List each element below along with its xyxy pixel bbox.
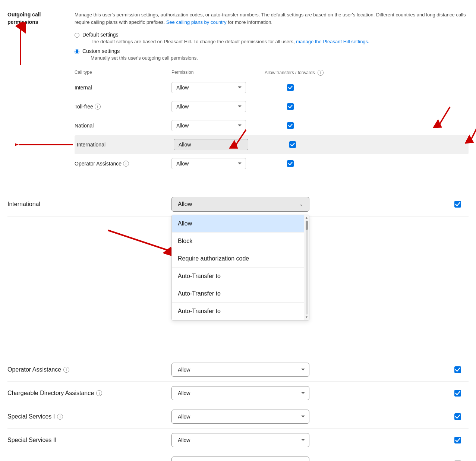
bottom-checkbox-international[interactable] (439, 201, 469, 208)
operator-info-icon[interactable]: i (123, 161, 129, 167)
bottom-permission-special1: Allow Block (171, 410, 439, 424)
tollfree-info-icon[interactable]: i (95, 104, 101, 110)
blue-checkbox-bottom-special2[interactable] (454, 437, 461, 443)
dropdown-menu: Allow Block Require authorization code A… (171, 215, 309, 321)
bottom-row-international: International Allow ⌄ Allow Block (7, 192, 469, 217)
bottom-select-special1[interactable]: Allow Block (171, 410, 309, 424)
red-up-arrow-icon (15, 22, 26, 67)
permission-cell-international: Allow Block (174, 139, 267, 150)
table-header: Call type Permission Allow transfers / f… (75, 67, 469, 78)
radio-custom[interactable] (75, 49, 79, 54)
permission-select-operator[interactable]: Allow Block (171, 158, 246, 169)
blue-checkbox-bottom-operator[interactable] (454, 366, 461, 373)
blue-checkbox-bottom-directory[interactable] (454, 390, 461, 397)
blue-checkbox-bottom-international[interactable] (454, 201, 461, 208)
permission-select-internal[interactable]: Allow Block (171, 82, 246, 93)
bottom-row-operator: Operator Assistance i Allow Block (7, 358, 469, 382)
bottom-operator-info-icon[interactable]: i (63, 367, 69, 373)
radio-default-sublabel: The default settings are based on Pleasa… (91, 38, 369, 45)
bottom-table: International Allow ⌄ Allow Block (7, 192, 469, 461)
bottom-call-type-operator: Operator Assistance i (7, 366, 171, 373)
manage-settings-link[interactable]: manage the Pleasant Hill settings. (296, 39, 369, 44)
permission-cell-internal: Allow Block (171, 82, 265, 93)
bottom-call-type-special1: Special Services I i (7, 413, 171, 420)
calling-plans-link[interactable]: See calling plans by country (166, 19, 227, 25)
checkbox-international[interactable] (267, 141, 469, 148)
blue-checkbox-tollfree[interactable] (287, 103, 294, 110)
bottom-select-premium1[interactable]: Allow Block (171, 457, 309, 461)
dropdown-item-allow[interactable]: Allow (172, 215, 304, 233)
bottom-permission-special2: Allow Block (171, 433, 439, 447)
dropdown-item-autotransfer-2[interactable]: Auto-Transfer to (172, 285, 304, 303)
bottom-checkbox-special1[interactable] (439, 413, 469, 420)
dropdown-item-autotransfer-3[interactable]: Auto-Transfer to (172, 303, 304, 320)
checkbox-internal[interactable] (265, 84, 469, 91)
bottom-checkbox-special2[interactable] (439, 437, 469, 443)
bottom-row-special2: Special Services II Allow Block (7, 429, 469, 452)
page-container: Outgoing call permissions Manage this us… (0, 0, 476, 461)
permission-select-tollfree[interactable]: Allow Block (171, 101, 246, 112)
blue-checkbox-national[interactable] (287, 122, 294, 129)
top-section: Outgoing call permissions Manage this us… (0, 7, 476, 181)
scroll-thumb[interactable] (306, 221, 308, 230)
permission-cell-national: Allow Block (171, 120, 265, 131)
permission-select-international[interactable]: Allow Block (174, 139, 248, 150)
checkbox-tollfree[interactable] (265, 103, 469, 110)
radio-group: Default settings The default settings ar… (75, 32, 469, 61)
blue-checkbox-operator[interactable] (287, 160, 294, 167)
call-type-tollfree: Toll-free i (75, 104, 171, 110)
special1-info-icon[interactable]: i (57, 414, 63, 420)
permission-cell-tollfree: Allow Block (171, 101, 265, 112)
table-row-national: National Allow Block (75, 116, 469, 135)
blue-checkbox-bottom-special1[interactable] (454, 413, 461, 420)
bottom-select-btn-international[interactable]: Allow ⌄ (171, 197, 309, 212)
blue-checkbox-international[interactable] (289, 141, 296, 148)
dropdown-item-autotransfer-1[interactable]: Auto-Transfer to (172, 268, 304, 285)
bottom-call-type-directory: Chargeable Directory Assistance i (7, 390, 171, 397)
directory-info-icon[interactable]: i (96, 390, 102, 396)
dropdown-item-require-auth[interactable]: Require authorization code (172, 250, 304, 268)
dropdown-item-block[interactable]: Block (172, 233, 304, 250)
chevron-down-icon: ⌄ (299, 202, 303, 207)
call-type-international: International (77, 142, 174, 148)
table-row-operator: Operator Assistance i Allow Block (75, 154, 469, 173)
section-label-area: Outgoing call permissions (7, 11, 75, 173)
allow-transfers-info-icon[interactable]: i (318, 70, 324, 76)
scrollbar[interactable]: ▲ ▼ (304, 215, 309, 320)
checkbox-operator[interactable] (265, 160, 469, 167)
bottom-checkbox-operator[interactable] (439, 366, 469, 373)
bottom-select-operator[interactable]: Allow Block (171, 363, 309, 377)
svg-line-9 (470, 122, 476, 141)
scroll-up-arrow-icon[interactable]: ▲ (305, 216, 308, 220)
spacer (0, 181, 476, 192)
radio-custom-sublabel: Manually set this user's outgoing call p… (91, 55, 198, 61)
radio-default-label: Default settings (82, 32, 369, 38)
bottom-permission-international: Allow ⌄ Allow Block Require authorizatio… (171, 197, 439, 212)
radio-default-item: Default settings The default settings ar… (75, 32, 469, 45)
bottom-section: International Allow ⌄ Allow Block (0, 192, 476, 461)
permission-select-national[interactable]: Allow Block (171, 120, 246, 131)
bottom-checkbox-directory[interactable] (439, 390, 469, 397)
description: Manage this user's permission settings, … (75, 11, 469, 26)
bottom-select-special2[interactable]: Allow Block (171, 433, 309, 447)
scroll-down-arrow-icon[interactable]: ▼ (305, 316, 308, 319)
call-type-internal: Internal (75, 85, 171, 91)
checkbox-national[interactable] (265, 122, 469, 129)
bottom-permission-premium1: Allow Block (171, 457, 439, 461)
radio-default[interactable] (75, 33, 79, 38)
bottom-select-directory[interactable]: Allow Block (171, 386, 309, 400)
blue-checkbox-internal[interactable] (287, 84, 294, 91)
table-row-internal: Internal Allow Block (75, 78, 469, 97)
bottom-row-premium1: Premium Services I Allow Block (7, 452, 469, 461)
call-type-national: National (75, 123, 171, 129)
permissions-table: Call type Permission Allow transfers / f… (75, 67, 469, 173)
col-permission: Permission (171, 70, 265, 76)
bottom-row-special1: Special Services I i Allow Block (7, 405, 469, 429)
bottom-call-type-special2: Special Services II (7, 437, 171, 443)
col-allow-transfers: Allow transfers / forwards i (265, 70, 469, 76)
scroll-track (306, 221, 308, 315)
table-row-international: International Allow Block (75, 135, 469, 154)
bottom-call-type-international: International (7, 201, 171, 208)
bottom-permission-directory: Allow Block (171, 386, 439, 400)
table-row-tollfree: Toll-free i Allow Block (75, 97, 469, 116)
